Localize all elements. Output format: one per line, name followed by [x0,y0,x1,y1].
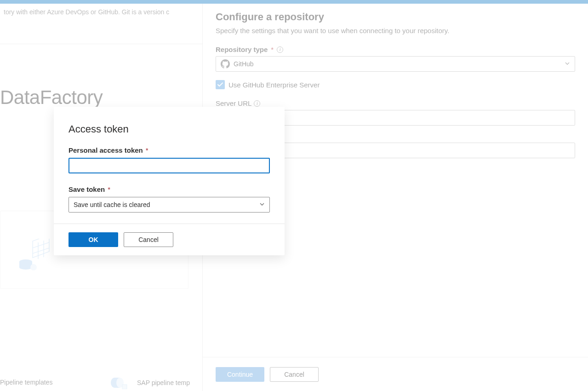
save-token-label: Save token * [69,185,270,193]
save-token-value: Save until cache is cleared [74,201,150,208]
dialog-cancel-button[interactable]: Cancel [124,232,173,247]
required-asterisk: * [107,185,111,193]
pat-label: Personal access token * [69,146,270,154]
dialog-footer: OK Cancel [54,224,285,255]
ok-button[interactable]: OK [69,232,118,247]
dialog-title: Access token [69,123,270,135]
chevron-down-icon [259,201,265,208]
personal-access-token-input[interactable] [69,158,270,173]
save-token-select[interactable]: Save until cache is cleared [69,197,270,213]
access-token-dialog: Access token Personal access token * Sav… [54,107,285,255]
required-asterisk: * [145,146,149,154]
top-accent-bar [0,0,588,4]
